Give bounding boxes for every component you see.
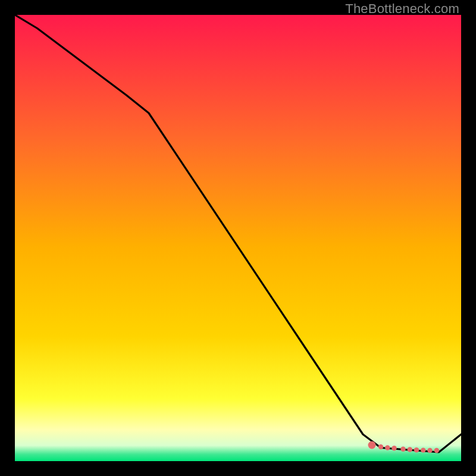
gradient-background bbox=[15, 15, 461, 461]
highlight-dot bbox=[408, 447, 412, 452]
highlight-dot bbox=[414, 447, 419, 452]
highlight-dot bbox=[421, 447, 425, 452]
highlight-dot bbox=[434, 448, 439, 453]
chart-frame bbox=[15, 15, 461, 461]
bottleneck-chart bbox=[15, 15, 461, 461]
highlight-dot bbox=[385, 445, 390, 450]
highlight-dot bbox=[392, 446, 396, 450]
highlight-dot bbox=[427, 448, 432, 453]
highlight-dot bbox=[400, 447, 405, 452]
highlight-dot bbox=[368, 441, 376, 449]
highlight-dot bbox=[378, 444, 383, 449]
